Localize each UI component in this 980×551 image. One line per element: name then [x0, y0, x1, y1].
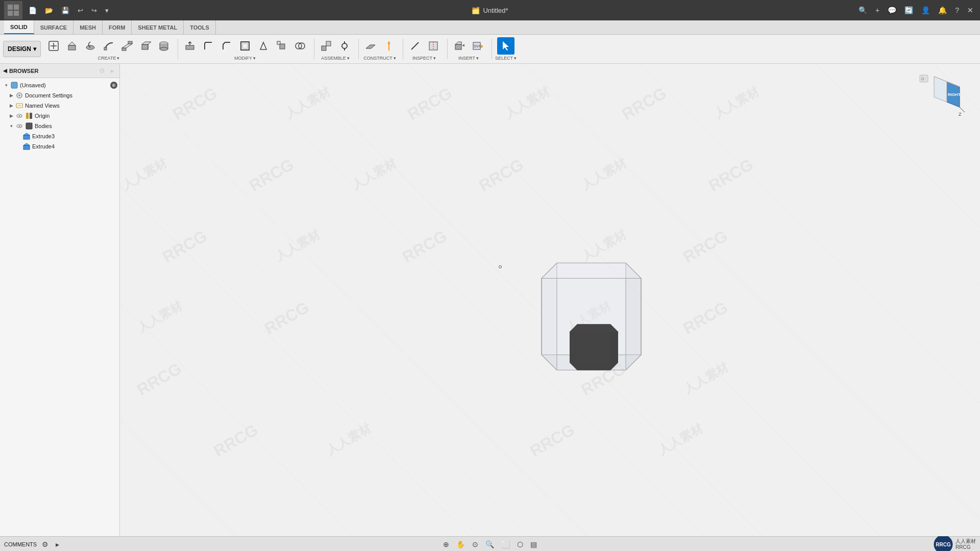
new-window-button[interactable]: + [873, 5, 882, 15]
viewcube-svg[interactable]: Z RIGHT ⌂ [919, 74, 965, 117]
modify-group-label[interactable]: MODIFY ▾ [234, 56, 256, 61]
origin-visibility-icon[interactable] [15, 112, 23, 120]
titlebar-left: 📄 📂 💾 ↩ ↪ ▾ [4, 1, 111, 19]
tree-item-extrude3[interactable]: ▶ Extrude3 [0, 131, 119, 141]
help-button[interactable]: ? [952, 5, 962, 15]
browser-collapse-icon[interactable]: ◀ [3, 68, 7, 73]
extrude-icon[interactable] [63, 37, 81, 55]
fillet-icon[interactable] [200, 37, 217, 55]
toolbar-group-inspect: INSPECT ▾ [406, 37, 442, 61]
bodies-arrow[interactable]: ▾ [7, 123, 15, 129]
undo-dropdown-button[interactable]: ▾ [103, 6, 111, 15]
notification-button[interactable]: 🔔 [936, 5, 949, 15]
comments-label: COMMENTS [4, 541, 37, 547]
orbit-button[interactable]: ⊙ [470, 539, 480, 549]
unsaved-expand-arrow[interactable]: ▾ [2, 83, 10, 88]
box-icon[interactable] [137, 37, 154, 55]
draft-icon[interactable] [255, 37, 272, 55]
origin-arrow[interactable]: ▶ [7, 113, 15, 118]
tab-form[interactable]: FORM [103, 20, 132, 34]
create-group-label[interactable]: CREATE ▾ [98, 56, 120, 61]
open-file-button[interactable]: 📂 [43, 6, 55, 15]
unsaved-label: (Unsaved) [20, 82, 109, 88]
save-file-button[interactable]: 💾 [59, 6, 71, 15]
tree-item-bodies[interactable]: ▾ Bodies [0, 121, 119, 131]
revolve-icon[interactable] [82, 37, 99, 55]
watermark-3: RRCG [404, 84, 455, 124]
tree-item-unsaved[interactable]: ▾ (Unsaved) ⊕ [0, 80, 119, 90]
doc-settings-icon [15, 91, 23, 99]
viewport[interactable]: RRCG 人人素材 RRCG 人人素材 RRCG 人人素材 人人素材 RRCG … [120, 64, 980, 536]
comments-settings-button[interactable]: ⚙ [40, 539, 51, 549]
tab-tools[interactable]: TOOLS [184, 20, 216, 34]
zoom-button[interactable]: 🔍 [483, 539, 496, 549]
unsaved-tag[interactable]: ⊕ [110, 82, 117, 89]
new-component-icon[interactable] [45, 37, 62, 55]
close-button[interactable]: ✕ [965, 5, 976, 15]
svg-rect-24 [242, 43, 248, 48]
rrcg-text-area: 人人素材 RRCG [955, 538, 976, 550]
comments-expand-button[interactable]: ▸ [54, 539, 61, 549]
tree-item-named-views[interactable]: ▶ Named Views [0, 101, 119, 111]
select-group-label[interactable]: SELECT ▾ [495, 56, 517, 61]
cylinder-icon[interactable] [155, 37, 173, 55]
insert-group-label[interactable]: INSERT ▾ [458, 56, 479, 61]
search-button[interactable]: 🔍 [856, 5, 870, 15]
new-file-button[interactable]: 📄 [27, 6, 39, 15]
assemble-group-label[interactable]: ASSEMBLE ▾ [321, 56, 350, 61]
insert-mesh-icon[interactable] [451, 37, 468, 55]
loft-icon[interactable] [118, 37, 136, 55]
viewcube[interactable]: Z RIGHT ⌂ [919, 74, 965, 115]
section-analysis-icon[interactable] [425, 37, 442, 55]
undo-button[interactable]: ↩ [76, 6, 85, 15]
browser-header-right: ⚙ ▸ [97, 66, 116, 76]
chat-button[interactable]: 💬 [885, 5, 899, 15]
browser-expand-button[interactable]: ▸ [109, 66, 116, 76]
tab-surface[interactable]: SURFACE [34, 20, 74, 34]
doc-settings-arrow[interactable]: ▶ [7, 93, 15, 98]
measure-icon[interactable] [406, 37, 424, 55]
browser-tree: ▾ (Unsaved) ⊕ ▶ Document Settings ▶ [0, 78, 119, 536]
tree-item-extrude4[interactable]: ▶ Extrude4 [0, 141, 119, 152]
redo-button[interactable]: ↪ [89, 6, 99, 15]
construct-plane-icon[interactable] [362, 37, 379, 55]
update-button[interactable]: 🔄 [902, 5, 916, 15]
inspect-group-label[interactable]: INSPECT ▾ [412, 56, 436, 61]
svg-rect-56 [30, 113, 32, 119]
tree-item-document-settings[interactable]: ▶ Document Settings [0, 90, 119, 101]
tree-item-origin[interactable]: ▶ Origin [0, 111, 119, 121]
scale-icon[interactable] [273, 37, 290, 55]
toolbar-group-select: SELECT ▾ [495, 37, 517, 61]
combine-icon[interactable] [291, 37, 309, 55]
watermark-1: RRCG [169, 84, 220, 124]
grid-button[interactable]: ⬡ [515, 539, 525, 549]
assemble-component-icon[interactable] [317, 37, 335, 55]
tab-mesh[interactable]: MESH [74, 20, 103, 34]
pan-button[interactable]: ✋ [454, 539, 467, 549]
tab-solid[interactable]: SOLID [4, 20, 34, 34]
display-mode-button[interactable]: ⬜ [499, 539, 512, 549]
svg-text:⌂: ⌂ [921, 76, 924, 81]
watermark-9: 人人素材 [349, 155, 399, 193]
snap-button[interactable]: ⊕ [441, 539, 451, 549]
watermark-5: RRCG [619, 84, 670, 124]
chamfer-icon[interactable] [218, 37, 235, 55]
select-tool-icon[interactable] [497, 37, 514, 55]
scene-container [524, 247, 656, 397]
construct-group-label[interactable]: CONSTRUCT ▾ [363, 56, 396, 61]
browser-settings-button[interactable]: ⚙ [97, 66, 107, 76]
create-label-text: CREATE [98, 56, 116, 61]
named-views-arrow[interactable]: ▶ [7, 103, 15, 108]
shell-icon[interactable] [236, 37, 254, 55]
bodies-visibility-icon[interactable] [15, 122, 23, 130]
view-button[interactable]: ▤ [528, 539, 539, 549]
tab-sheet-metal[interactable]: SHEET METAL [132, 20, 184, 34]
design-dropdown-button[interactable]: DESIGN ▾ [3, 41, 41, 57]
sweep-icon[interactable] [100, 37, 117, 55]
insert-svg-icon[interactable]: SVG [469, 37, 486, 55]
bodies-icon [25, 122, 33, 130]
construct-axis-icon[interactable] [380, 37, 398, 55]
joint-icon[interactable] [336, 37, 353, 55]
press-pull-icon[interactable] [181, 37, 199, 55]
account-button[interactable]: 👤 [919, 5, 933, 15]
